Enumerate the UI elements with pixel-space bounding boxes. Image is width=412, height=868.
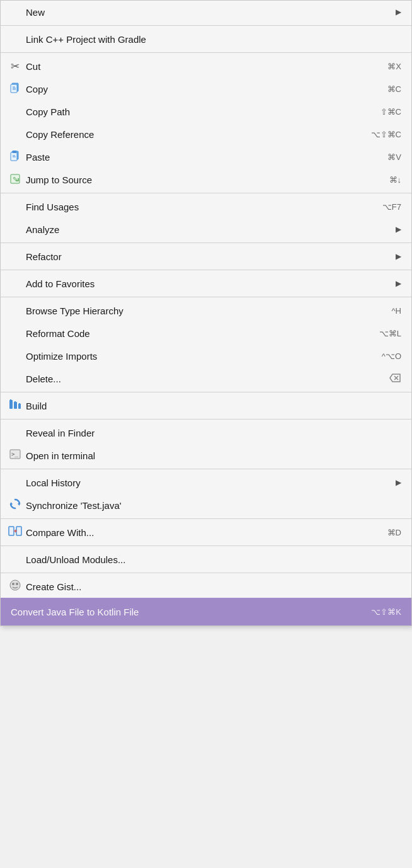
menu-item-cut[interactable]: ✂Cut⌘X <box>1 55 411 77</box>
menu-item-add-to-favorites[interactable]: Add to Favorites▶ <box>1 272 411 295</box>
shortcut-label: ^H <box>379 306 402 316</box>
shortcut-label: ⌘V <box>375 152 401 162</box>
menu-item-build[interactable]: Build <box>1 394 411 417</box>
menu-divider <box>1 52 411 53</box>
menu-item-reveal-in-finder[interactable]: Reveal in Finder <box>1 421 411 444</box>
menu-item-label: Create Gist... <box>26 581 401 592</box>
build-icon <box>9 399 21 413</box>
gist-icon <box>9 579 21 594</box>
jump-icon: ✎ <box>9 173 21 186</box>
menu-divider <box>1 270 411 270</box>
menu-item-label: Analyze <box>8 224 391 235</box>
menu-item-label: Synchronize 'Test.java' <box>26 500 401 511</box>
terminal-icon-wrapper: >_ <box>8 448 22 462</box>
shortcut-label: ⌘↓ <box>377 175 402 185</box>
menu-item-synchronize[interactable]: Synchronize 'Test.java' <box>1 494 411 517</box>
copy-icon <box>9 82 21 96</box>
menu-divider <box>1 419 411 420</box>
convert-kotlin-shortcut: ⌥⇧⌘K <box>371 607 401 617</box>
menu-item-label: Delete... <box>8 374 376 384</box>
menu-item-label: Find Usages <box>8 202 370 212</box>
terminal-icon: >_ <box>9 449 21 462</box>
convert-kotlin-label: Convert Java File to Kotlin File <box>11 607 371 617</box>
jump-icon-wrapper: ✎ <box>8 173 22 186</box>
menu-divider <box>1 297 411 297</box>
menu-divider <box>1 193 411 193</box>
menu-item-label: Copy <box>26 84 375 94</box>
menu-item-label: Refactor <box>8 251 391 262</box>
menu-item-jump-to-source[interactable]: ✎ Jump to Source⌘↓ <box>1 168 411 191</box>
menu-item-label: Jump to Source <box>26 174 377 185</box>
menu-item-label: Cut <box>26 61 375 72</box>
menu-item-delete[interactable]: Delete... <box>1 367 411 390</box>
menu-item-analyze[interactable]: Analyze▶ <box>1 218 411 241</box>
svg-rect-14 <box>9 400 13 409</box>
compare-icon-wrapper <box>8 525 22 539</box>
shortcut-label: ⌥F7 <box>370 202 401 212</box>
svg-text:>_: >_ <box>11 451 18 457</box>
menu-item-label: Build <box>26 401 401 411</box>
submenu-arrow: ▶ <box>396 478 401 487</box>
shortcut-label <box>376 372 401 385</box>
svg-point-23 <box>10 580 20 590</box>
shortcut-label: ⌥⇧⌘C <box>358 130 401 139</box>
menu-item-copy-reference[interactable]: Copy Reference⌥⇧⌘C <box>1 123 411 146</box>
build-icon-wrapper <box>8 399 22 413</box>
menu-item-label: Local History <box>8 477 391 488</box>
sync-icon <box>9 498 21 513</box>
svg-rect-7 <box>13 151 16 153</box>
menu-item-label: Add to Favorites <box>8 278 391 289</box>
copy-doc-icon-wrapper <box>8 82 22 96</box>
submenu-arrow: ▶ <box>396 225 401 234</box>
submenu-arrow: ▶ <box>396 8 401 16</box>
menu-item-link-cpp[interactable]: Link C++ Project with Gradle <box>1 28 411 50</box>
svg-point-24 <box>12 583 14 585</box>
menu-item-label: Copy Reference <box>8 129 358 140</box>
submenu-arrow: ▶ <box>396 252 401 261</box>
submenu-arrow: ▶ <box>396 279 401 288</box>
menu-item-label: Copy Path <box>8 106 368 117</box>
menu-item-label: Paste <box>26 152 375 163</box>
sync-icon-wrapper <box>8 498 22 512</box>
svg-text:✎: ✎ <box>13 176 18 183</box>
paste-icon <box>9 150 21 164</box>
svg-rect-22 <box>16 527 21 535</box>
shortcut-label: ^⌥O <box>369 351 401 361</box>
menu-item-copy-path[interactable]: Copy Path⇧⌘C <box>1 100 411 123</box>
shortcut-label: ⌘X <box>375 62 401 71</box>
scissors-icon: ✂ <box>11 60 20 73</box>
shortcut-label: ⌥⌘L <box>367 329 401 338</box>
menu-item-refactor[interactable]: Refactor▶ <box>1 245 411 268</box>
menu-divider <box>1 243 411 243</box>
menu-item-create-gist[interactable]: Create Gist... <box>1 575 411 598</box>
menu-item-paste[interactable]: Paste⌘V <box>1 146 411 168</box>
paste-doc-icon-wrapper <box>8 150 22 164</box>
menu-item-local-history[interactable]: Local History▶ <box>1 471 411 494</box>
menu-divider <box>1 469 411 469</box>
menu-item-reformat-code[interactable]: Reformat Code⌥⌘L <box>1 322 411 345</box>
menu-item-label: Link C++ Project with Gradle <box>8 34 401 45</box>
menu-item-label: Optimize Imports <box>8 351 369 362</box>
menu-divider <box>1 25 411 26</box>
menu-item-optimize-imports[interactable]: Optimize Imports^⌥O <box>1 345 411 367</box>
convert-kotlin-bar[interactable]: Convert Java File to Kotlin File ⌥⇧⌘K <box>1 598 411 625</box>
menu-item-copy[interactable]: Copy⌘C <box>1 77 411 100</box>
menu-item-open-in-terminal[interactable]: >_ Open in terminal <box>1 444 411 467</box>
menu-item-compare-with[interactable]: Compare With...⌘D <box>1 521 411 544</box>
menu-divider <box>1 573 411 573</box>
context-menu: New▶Link C++ Project with Gradle✂Cut⌘X C… <box>0 0 412 626</box>
svg-point-25 <box>16 583 18 585</box>
menu-item-label: Compare With... <box>26 527 375 538</box>
menu-item-label: Browse Type Hierarchy <box>8 306 379 316</box>
menu-item-label: New <box>8 7 391 18</box>
menu-item-new[interactable]: New▶ <box>1 1 411 23</box>
menu-divider <box>1 545 411 546</box>
menu-divider <box>1 392 411 392</box>
menu-item-load-unload-modules[interactable]: Load/Unload Modules... <box>1 548 411 571</box>
shortcut-label: ⌘C <box>375 84 401 94</box>
gist-icon-wrapper <box>8 580 22 593</box>
menu-item-label: Load/Unload Modules... <box>8 554 401 565</box>
menu-item-label: Open in terminal <box>26 450 401 461</box>
menu-item-browse-type-hierarchy[interactable]: Browse Type Hierarchy^H <box>1 299 411 322</box>
menu-item-find-usages[interactable]: Find Usages⌥F7 <box>1 195 411 218</box>
